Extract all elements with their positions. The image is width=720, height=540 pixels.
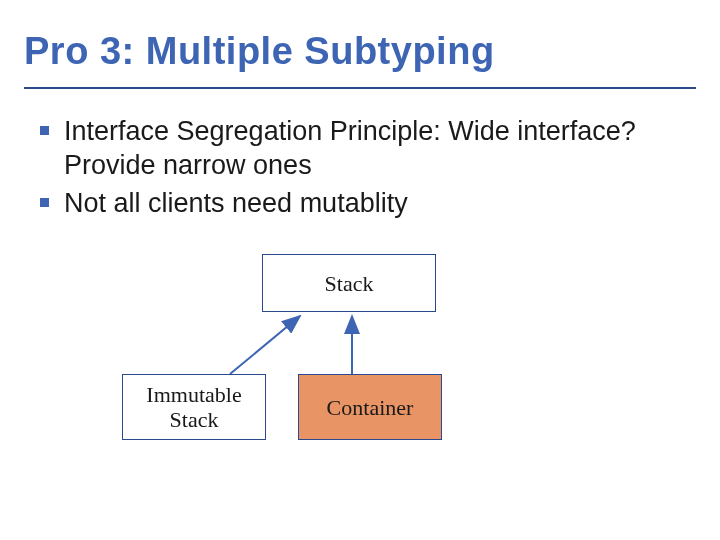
- slide-title: Pro 3: Multiple Subtyping: [0, 0, 720, 73]
- diagram-area: Stack ImmutableStack Container: [0, 224, 720, 484]
- diagram-box-container: Container: [298, 374, 442, 440]
- bullet-text: Not all clients need mutablity: [64, 187, 696, 221]
- list-item: Interface Segregation Principle: Wide in…: [24, 115, 696, 187]
- list-item: Not all clients need mutablity: [24, 187, 696, 225]
- bullet-icon: [24, 187, 64, 207]
- bullet-text: Interface Segregation Principle: Wide in…: [64, 115, 696, 183]
- diagram-box-immutable-stack: ImmutableStack: [122, 374, 266, 440]
- diagram-box-stack: Stack: [262, 254, 436, 312]
- bullet-list: Interface Segregation Principle: Wide in…: [0, 89, 720, 224]
- svg-line-1: [230, 316, 300, 374]
- bullet-icon: [24, 115, 64, 135]
